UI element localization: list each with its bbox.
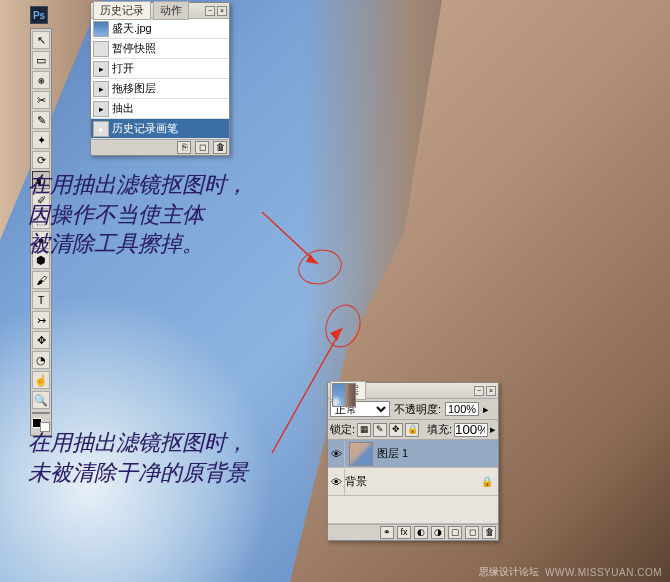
history-item[interactable]: ▸ 拖移图层 — [91, 79, 229, 99]
opacity-input[interactable] — [445, 402, 479, 416]
panel-close-icon[interactable]: × — [217, 6, 227, 16]
fill-input[interactable] — [454, 423, 488, 437]
shape-tool[interactable]: ✥ — [32, 331, 50, 349]
history-footer: ⎘ ◻ 🗑 — [91, 139, 229, 155]
trash-icon[interactable]: 🗑 — [213, 141, 227, 154]
history-snapshot-name: 暂停快照 — [112, 41, 156, 56]
empty-layer-slot — [328, 496, 498, 524]
pen-tool[interactable]: 🖌 — [32, 271, 50, 289]
ps-logo: Ps — [30, 6, 48, 24]
annotation-2: 在用抽出滤镜抠图时， 未被清除干净的原背景 — [28, 428, 248, 487]
history-source[interactable]: 盛天.jpg — [91, 19, 229, 39]
opacity-label: 不透明度: — [394, 402, 441, 417]
document-icon — [93, 21, 109, 37]
new-doc-icon[interactable]: ⎘ — [177, 141, 191, 154]
watermark: 思缘设计论坛 WWW.MISSYUAN.COM — [479, 565, 662, 579]
panel-min-icon[interactable]: − — [205, 6, 215, 16]
history-snapshot[interactable]: 暂停快照 — [91, 39, 229, 59]
history-panel-bar: 历史记录 动作 − × — [91, 3, 229, 19]
tab-history[interactable]: 历史记录 — [93, 1, 151, 20]
notes-tool[interactable]: ◔ — [32, 351, 50, 369]
layer-thumbnail[interactable] — [349, 442, 373, 466]
tool-separator — [32, 412, 50, 414]
layers-footer: ⚭ fx ◐ ◑ ▢ ◻ 🗑 — [328, 524, 498, 540]
dropdown-arrow-icon[interactable]: ▸ — [483, 403, 489, 416]
lock-icon: 🔒 — [481, 476, 493, 487]
panel-min-icon[interactable]: − — [474, 386, 484, 396]
layer-thumbnail[interactable] — [332, 383, 356, 407]
visibility-eye-icon[interactable]: 👁 — [329, 441, 345, 467]
crop-tool[interactable]: ✂ — [32, 91, 50, 109]
history-item[interactable]: ▸ 打开 — [91, 59, 229, 79]
history-source-name: 盛天.jpg — [112, 21, 152, 36]
type-tool[interactable]: T — [32, 291, 50, 309]
layers-panel: 图层 − × 正常 不透明度: ▸ 锁定: ▦ ✎ ✥ 🔒 填充: ▸ 👁 图层… — [327, 382, 499, 541]
visibility-eye-icon[interactable]: 👁 — [329, 469, 345, 495]
dropdown-arrow-icon[interactable]: ▸ — [490, 423, 496, 436]
group-icon[interactable]: ▢ — [448, 526, 462, 539]
layer-style-icon[interactable]: fx — [397, 526, 411, 539]
trash-icon[interactable]: 🗑 — [482, 526, 496, 539]
new-layer-icon[interactable]: ◻ — [465, 526, 479, 539]
adjustment-layer-icon[interactable]: ◑ — [431, 526, 445, 539]
lock-image-icon[interactable]: ✎ — [373, 423, 387, 437]
lock-position-icon[interactable]: ✥ — [389, 423, 403, 437]
hand-tool[interactable]: ☝ — [32, 371, 50, 389]
tab-actions[interactable]: 动作 — [153, 1, 189, 20]
marquee-tool[interactable]: ▭ — [32, 51, 50, 69]
healing-tool[interactable]: ✦ — [32, 131, 50, 149]
snapshot-icon — [93, 41, 109, 57]
fill-label: 填充: — [427, 422, 452, 437]
open-icon: ▸ — [93, 61, 109, 77]
lock-all-icon[interactable]: 🔒 — [405, 423, 419, 437]
new-snapshot-icon[interactable]: ◻ — [195, 141, 209, 154]
lock-transparency-icon[interactable]: ▦ — [357, 423, 371, 437]
history-panel: 历史记录 动作 − × 盛天.jpg 暂停快照 ▸ 打开 ▸ 拖移图层 ▸ 抽出… — [90, 2, 230, 156]
lock-label: 锁定: — [330, 422, 355, 437]
move-tool[interactable]: ↖ — [32, 31, 50, 49]
panel-close-icon[interactable]: × — [486, 386, 496, 396]
layer-row[interactable]: 👁 背景 🔒 — [328, 468, 498, 496]
layer-mask-icon[interactable]: ◐ — [414, 526, 428, 539]
history-item[interactable]: ▸ 抽出 — [91, 99, 229, 119]
link-layers-icon[interactable]: ⚭ — [380, 526, 394, 539]
lasso-tool[interactable]: ⎈ — [32, 71, 50, 89]
layer-row-selected[interactable]: 👁 图层 1 — [328, 440, 498, 468]
layer-name: 图层 1 — [377, 446, 408, 461]
zoom-tool[interactable]: 🔍 — [32, 391, 50, 409]
history-item-selected[interactable]: ▸ 历史记录画笔 — [91, 119, 229, 139]
extract-icon: ▸ — [93, 101, 109, 117]
clone-tool[interactable]: ⟳ — [32, 151, 50, 169]
annotation-1: 在用抽出滤镜抠图时， 因操作不当使主体 被清除工具擦掉。 — [28, 170, 248, 259]
path-tool[interactable]: ↣ — [32, 311, 50, 329]
slice-tool[interactable]: ✎ — [32, 111, 50, 129]
layer-name: 背景 — [345, 474, 367, 489]
drag-icon: ▸ — [93, 81, 109, 97]
history-brush-icon: ▸ — [93, 121, 109, 137]
